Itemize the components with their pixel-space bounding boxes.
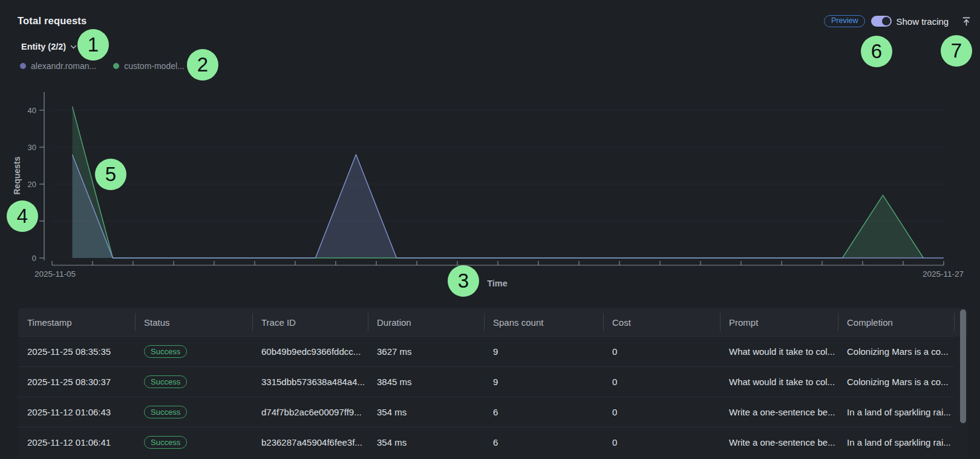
column-header-prompt: Prompt xyxy=(720,308,838,336)
x-tick-label-end: 2025-11-27 xyxy=(923,269,964,279)
annotation-marker-5: 5 xyxy=(95,159,126,190)
annotation-marker-7: 7 xyxy=(941,35,972,67)
table-scrollbar-thumb[interactable] xyxy=(960,309,966,423)
cell-status: Success xyxy=(135,406,252,418)
cell-timestamp: 2025-11-12 01:06:41 xyxy=(18,437,135,447)
annotation-marker-4: 4 xyxy=(7,200,38,232)
column-header-spans-count: Spans count xyxy=(484,308,603,336)
annotation-marker-6: 6 xyxy=(861,36,892,67)
status-badge: Success xyxy=(144,345,187,358)
y-tick-label: 0 xyxy=(32,254,36,263)
cell-spans-count: 6 xyxy=(484,407,603,417)
table-row[interactable]: 2025-11-25 08:30:37Success3315dbb573638a… xyxy=(18,366,954,397)
y-tick-label: 30 xyxy=(28,143,36,152)
series-area-alexandr.roman... xyxy=(73,154,944,258)
cell-timestamp: 2025-11-25 08:30:37 xyxy=(18,377,135,387)
cell-trace-id: d74f7bb2ac6e00097ff9... xyxy=(252,407,368,417)
y-tick-label: 40 xyxy=(28,106,36,115)
table-row[interactable]: 2025-11-12 01:06:43Successd74f7bb2ac6e00… xyxy=(18,397,954,427)
cell-prompt: Write a one-sentence be... xyxy=(720,437,838,447)
column-header-timestamp: Timestamp xyxy=(18,308,135,336)
series-line-custom-model...[interactable] xyxy=(73,107,924,258)
table-body: 2025-11-25 08:35:35Success60b49b9edc9366… xyxy=(18,336,967,457)
y-tick-label: 20 xyxy=(28,180,36,189)
cell-spans-count: 9 xyxy=(484,346,603,357)
cell-duration: 3627 ms xyxy=(368,346,484,357)
cell-trace-id: b236287a45904f6fee3f... xyxy=(252,437,368,447)
traces-table: TimestampStatusTrace IDDurationSpans cou… xyxy=(18,308,967,459)
cell-timestamp: 2025-11-12 01:06:43 xyxy=(18,407,135,417)
column-header-trace-id: Trace ID xyxy=(252,308,368,336)
cell-trace-id: 3315dbb573638a484a4... xyxy=(252,377,368,387)
cell-trace-id: 60b49b9edc9366fddcc... xyxy=(252,346,368,357)
table-header-row: TimestampStatusTrace IDDurationSpans cou… xyxy=(18,308,967,336)
cell-prompt: What would it take to col... xyxy=(720,346,838,357)
status-badge: Success xyxy=(144,406,187,418)
cell-timestamp: 2025-11-25 08:35:35 xyxy=(18,346,135,357)
cell-status: Success xyxy=(135,345,252,358)
table-row[interactable]: 2025-11-25 08:35:35Success60b49b9edc9366… xyxy=(18,336,954,366)
cell-duration: 354 ms xyxy=(368,407,484,417)
cell-duration: 3845 ms xyxy=(368,377,484,387)
x-axis-title: Time xyxy=(487,279,508,288)
cell-completion: In a land of sparkling rai... xyxy=(838,437,954,447)
column-header-cost: Cost xyxy=(603,308,720,336)
cell-prompt: What would it take to col... xyxy=(720,377,838,387)
annotation-marker-1: 1 xyxy=(77,29,109,61)
column-header-duration: Duration xyxy=(368,308,484,336)
cell-completion: Colonizing Mars is a co... xyxy=(838,346,954,357)
cell-prompt: Write a one-sentence be... xyxy=(720,407,838,417)
cell-completion: Colonizing Mars is a co... xyxy=(838,377,954,387)
cell-status: Success xyxy=(135,375,252,388)
tracing-dashboard: Total requests Preview Show tracing Enti… xyxy=(0,0,980,459)
column-header-completion: Completion xyxy=(838,308,954,336)
annotation-marker-2: 2 xyxy=(187,49,218,81)
status-badge: Success xyxy=(144,375,187,388)
cell-spans-count: 9 xyxy=(484,377,603,387)
cell-cost: 0 xyxy=(603,407,720,417)
series-area-custom-model... xyxy=(73,107,924,258)
y-axis-title: Requests xyxy=(12,156,22,194)
cell-duration: 354 ms xyxy=(368,437,484,447)
cell-cost: 0 xyxy=(603,346,720,357)
cell-cost: 0 xyxy=(603,437,720,447)
status-badge: Success xyxy=(144,436,187,449)
series-line-alexandr.roman...[interactable] xyxy=(73,154,944,258)
cell-completion: In a land of sparkling rai... xyxy=(838,407,954,417)
annotation-marker-3: 3 xyxy=(448,265,479,297)
table-row[interactable]: 2025-11-12 01:06:41Successb236287a45904f… xyxy=(18,427,954,457)
cell-status: Success xyxy=(135,436,252,449)
column-header-status: Status xyxy=(135,308,252,336)
x-tick-label-start: 2025-11-05 xyxy=(34,269,76,279)
requests-area-chart: 010203040Requests2025-11-052025-11-27Tim… xyxy=(0,0,980,303)
cell-cost: 0 xyxy=(603,377,720,387)
cell-spans-count: 6 xyxy=(484,437,603,447)
